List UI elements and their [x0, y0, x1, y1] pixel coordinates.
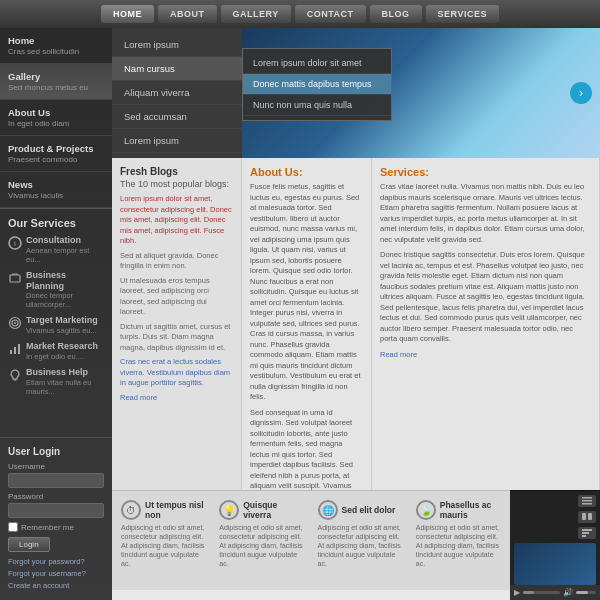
video-icon-btn-3[interactable] — [578, 527, 596, 539]
dropdown-aliquam[interactable]: Aliquam viverra — [112, 81, 242, 105]
top-navigation: HOME ABOUT GALLERY CONTACT BLOG SERVICES — [0, 0, 600, 28]
video-icon-btn-2[interactable] — [578, 511, 596, 523]
icon-box-header-0: ⏱ Ut tempus nisl non — [121, 500, 206, 520]
blog-section: Fresh Blogs The 10 most popular blogs: L… — [112, 158, 242, 490]
icon-box-text-0: Adipiscing et odio sit amet, consectetur… — [121, 523, 206, 568]
login-links: Forgot your password? Forgot your userna… — [8, 556, 104, 592]
content-middle: Fresh Blogs The 10 most popular blogs: L… — [112, 158, 600, 490]
icon-box-title-2: Sed elit dolor — [342, 505, 396, 515]
dropdown-lorem-ipsum-2[interactable]: Lorem ipsum — [112, 129, 242, 153]
remember-me-row: Remember me — [8, 522, 104, 532]
sidebar-services: Our Services i Consultation Aenean tempo… — [0, 209, 112, 406]
blog-text-3: Ut malesuada eros tempus laoreet, sed ad… — [120, 276, 233, 318]
services-content-section: Services: Cras vitae laoreet nulla. Viva… — [372, 158, 600, 490]
nav-blog[interactable]: BLOG — [370, 5, 422, 23]
icon-box-text-3: Adipiscing et odio sit amet, consectetur… — [416, 523, 501, 568]
forgot-username-link[interactable]: Forgot your username? — [8, 568, 104, 580]
dropdown-lorem-ipsum-1[interactable]: Lorem ipsum — [112, 33, 242, 57]
svg-rect-14 — [588, 513, 592, 520]
icon-box-3: 🍃 Phasellus ac mauris Adipiscing et odio… — [412, 496, 505, 585]
svg-point-5 — [14, 322, 16, 324]
service-market-research: Market Research In eget odio eu.... — [8, 341, 104, 361]
blog-read-more[interactable]: Read more — [120, 393, 233, 402]
target-icon — [8, 316, 22, 330]
content-lower: ⏱ Ut tempus nisl non Adipiscing et odio … — [112, 490, 600, 600]
video-controls: ▶ 🔊 — [510, 585, 600, 600]
password-input[interactable] — [8, 503, 104, 518]
icon-box-text-1: Adipiscing et odio sit amet, consectetur… — [219, 523, 304, 568]
content-area: Lorem ipsum Nam cursus Aliquam viverra S… — [112, 28, 600, 600]
icon-box-header-1: 💡 Quisque viverra — [219, 500, 304, 520]
dropdown-menu: Lorem ipsum Nam cursus Aliquam viverra S… — [112, 28, 242, 158]
svg-rect-7 — [14, 347, 16, 354]
blog-text-4: Dictum ut sagittis amet, cursus et turpi… — [120, 322, 233, 354]
hero-next-arrow[interactable]: › — [570, 82, 592, 104]
blog-subtitle: The 10 most popular blogs: — [120, 179, 233, 189]
volume-icon: 🔊 — [563, 588, 573, 597]
create-account-link[interactable]: Create an account — [8, 580, 104, 592]
submenu-item-3[interactable]: Nunc non uma quis nulla — [243, 95, 391, 116]
nav-home[interactable]: HOME — [101, 5, 154, 23]
icon-box-text-2: Adipiscing et odio sit amet, consectetur… — [318, 523, 403, 568]
svg-text:i: i — [14, 239, 16, 248]
sidebar-item-news[interactable]: News Vivamus iaculis — [0, 172, 112, 208]
login-title: User Login — [8, 446, 104, 457]
consultation-icon: i — [8, 236, 22, 250]
nav-about[interactable]: ABOUT — [158, 5, 217, 23]
nav-services[interactable]: SERVICES — [426, 5, 499, 23]
nav-contact[interactable]: CONTACT — [295, 5, 366, 23]
sidebar-item-gallery[interactable]: Gallery Sed rhoncus metus eu — [0, 64, 112, 100]
remember-me-checkbox[interactable] — [8, 522, 18, 532]
progress-bar[interactable] — [523, 591, 560, 594]
progress-fill — [523, 591, 534, 594]
dropdown-sed-accumsan[interactable]: Sed accumsan — [112, 105, 242, 129]
icon-box-1: 💡 Quisque viverra Adipiscing et odio sit… — [215, 496, 308, 585]
svg-rect-8 — [18, 344, 20, 354]
lightbulb-icon-2: 💡 — [219, 500, 239, 520]
services-text-2: Donec tristique sagittis consectetur. Du… — [380, 250, 591, 345]
video-icon-buttons — [510, 491, 600, 543]
nav-gallery[interactable]: GALLERY — [221, 5, 291, 23]
icon-box-header-3: 🍃 Phasellus ac mauris — [416, 500, 501, 520]
about-title: About Us: — [250, 166, 363, 178]
briefcase-icon — [8, 271, 22, 285]
login-button[interactable]: Login — [8, 537, 50, 552]
submenu-item-1[interactable]: Lorem ipsum dolor sit amet — [243, 53, 391, 74]
about-text-2: Sed consequat in uma id dignissim. Sed v… — [250, 408, 363, 491]
sidebar-item-about[interactable]: About Us In eget odio diam — [0, 100, 112, 136]
sidebar-item-home[interactable]: Home Cras sed sollicitudin — [0, 28, 112, 64]
svg-rect-2 — [10, 275, 20, 282]
chart-icon — [8, 342, 22, 356]
dropdown-nam-cursus[interactable]: Nam cursus — [112, 57, 242, 81]
username-label: Username — [8, 462, 104, 471]
icon-box-title-3: Phasellus ac mauris — [440, 500, 501, 520]
svg-rect-13 — [582, 513, 586, 520]
submenu-item-2[interactable]: Donec mattis dapibus tempus — [243, 74, 391, 95]
blog-title: Fresh Blogs — [120, 166, 233, 177]
forgot-password-link[interactable]: Forgot your password? — [8, 556, 104, 568]
svg-rect-17 — [582, 535, 586, 537]
blog-text-2: Sed at aliquet gravida. Donec fringilla … — [120, 251, 233, 272]
svg-rect-16 — [582, 532, 589, 534]
service-business-help: Business Help Etiam vitae nulla eu mauri… — [8, 367, 104, 396]
username-input[interactable] — [8, 473, 104, 488]
svg-rect-6 — [10, 350, 12, 354]
dropdown-hero-area: Lorem ipsum Nam cursus Aliquam viverra S… — [112, 28, 600, 158]
blog-text-5: Cras nec erat a lectus sodales viverra. … — [120, 357, 233, 389]
content-bottom: Fresh Blogs The 10 most popular blogs: L… — [112, 158, 600, 600]
icon-box-header-2: 🌐 Sed elit dolor — [318, 500, 403, 520]
icon-boxes-row: ⏱ Ut tempus nisl non Adipiscing et odio … — [112, 490, 510, 590]
sidebar-item-products[interactable]: Product & Projects Praesent commodo — [0, 136, 112, 172]
svg-rect-10 — [582, 497, 592, 499]
volume-bar[interactable] — [576, 591, 596, 594]
svg-rect-15 — [582, 529, 592, 531]
icon-box-title-1: Quisque viverra — [243, 500, 304, 520]
main-container: Home Cras sed sollicitudin Gallery Sed r… — [0, 28, 600, 600]
svg-rect-12 — [582, 503, 592, 505]
about-text-1: Fusce felis metus, sagittis et luctus eu… — [250, 182, 363, 403]
services-read-more[interactable]: Read more — [380, 350, 591, 359]
icon-box-2: 🌐 Sed elit dolor Adipiscing et odio sit … — [314, 496, 407, 585]
video-icon-btn-1[interactable] — [578, 495, 596, 507]
service-business-planning: Business Planning Donec tempor ullamcorp… — [8, 270, 104, 310]
play-button[interactable]: ▶ — [514, 588, 520, 597]
